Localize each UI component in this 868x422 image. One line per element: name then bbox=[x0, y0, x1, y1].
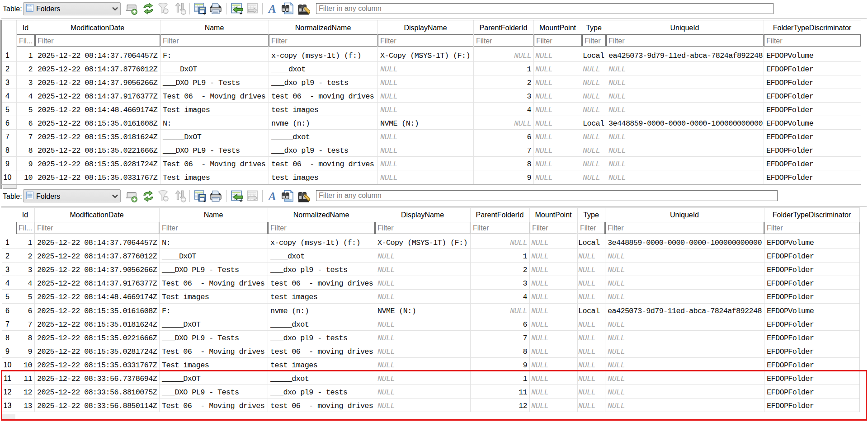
svg-text:A: A bbox=[268, 3, 276, 15]
svg-text:A: A bbox=[268, 190, 276, 202]
